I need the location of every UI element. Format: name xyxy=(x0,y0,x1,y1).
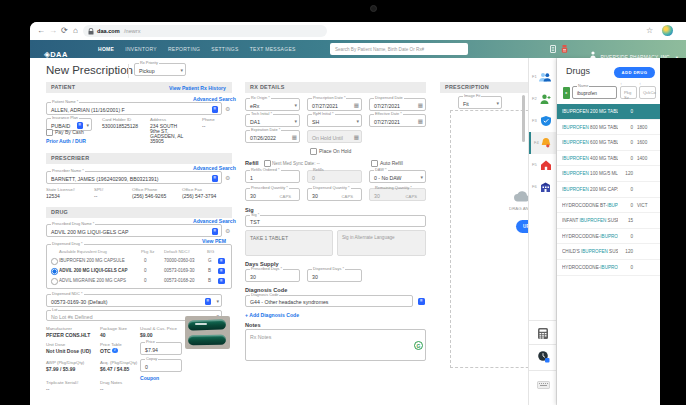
calendar-icon[interactable]: ▦ xyxy=(354,134,359,140)
on-hold-until-field[interactable]: On Hold Until ▦ xyxy=(307,130,362,143)
drug-result-row[interactable]: HYDROCODONE-IBUPROF... 0 xyxy=(557,260,660,276)
ndc-info-icon[interactable]: ≡ xyxy=(205,298,212,305)
keyboard-tool[interactable] xyxy=(537,375,550,393)
prescriber-name-field[interactable]: Prescriber Name * BARNETT, JAMES (196240… xyxy=(46,171,222,184)
drug-settings-gear-icon[interactable]: ⚙ xyxy=(225,227,230,234)
daw-select[interactable]: DAW * 0 - No DAW ▾ xyxy=(369,170,426,183)
prescription-dropzone[interactable]: DRAG AND xyxy=(450,110,528,368)
dispensed-quantity-field[interactable]: Dispensed Quantity * 30 CAPS xyxy=(307,188,362,201)
nav-item-home[interactable]: HOME xyxy=(98,46,114,52)
equiv-info-icon-1[interactable]: ≡ xyxy=(218,268,225,275)
drug-result-row[interactable]: IBUPROFEN 200 MG TABLET 0 xyxy=(557,104,660,120)
drug-result-row[interactable]: IBUPROFEN 800 MG TABLET 0 1800 xyxy=(557,120,660,136)
drug-result-row[interactable]: CHILD'S IBUPROFEN SUSP 120 xyxy=(557,244,660,260)
drug-card-icon[interactable]: ≡ xyxy=(212,228,219,235)
prior-auth-dur-link[interactable]: Prior Auth / DUR xyxy=(46,138,86,144)
fkey-f4-alerts[interactable]: F4 xyxy=(529,132,556,154)
back-icon[interactable]: ← xyxy=(37,25,45,36)
fkey-f1-patients[interactable]: F1 xyxy=(529,66,556,88)
patient-settings-gear-icon[interactable]: ⚙ xyxy=(225,105,230,112)
equiv-info-icon-0[interactable]: ≡ xyxy=(218,258,225,265)
qckcode-filter-input[interactable]: QckCo xyxy=(639,86,656,99)
rx-priority-select[interactable]: Rx Priority Pickup ▾ xyxy=(134,63,186,76)
equiv-radio-0[interactable] xyxy=(51,258,58,265)
tech-initial-select[interactable]: Tech Initial * DA1 ▾ xyxy=(245,114,300,127)
drug-name-filter-input[interactable]: Name ibuprofen xyxy=(572,86,617,99)
alerts-icon[interactable] xyxy=(561,45,568,53)
rph-initial-select[interactable]: RpH Initial * SH ▾ xyxy=(307,114,362,127)
image-fit-select[interactable]: Image Fit Fit ▾ xyxy=(458,96,502,109)
drug-result-row[interactable]: INFANT IBUPROFEN SUSP ... 15 xyxy=(557,213,660,229)
fkey-f5-delivery[interactable]: F5 xyxy=(529,154,556,176)
equiv-name-0[interactable]: IBUPROFEN 200 MG CAPSULE xyxy=(59,258,125,263)
home-icon[interactable]: ⌂ xyxy=(73,25,78,36)
drug-result-row[interactable]: HYDROCODONE-IBUPROF... 0 xyxy=(557,229,660,245)
calendar-icon[interactable]: ▦ xyxy=(418,118,423,124)
calendar-icon[interactable]: ▦ xyxy=(354,102,359,108)
insurance-info-icon[interactable]: ≡ xyxy=(77,122,84,129)
forward-icon[interactable]: → xyxy=(49,25,57,36)
drug-result-row[interactable]: IBUPROFEN 100 MG/5 ML ... 120 xyxy=(557,166,660,182)
translate-icon[interactable]: G xyxy=(414,341,423,350)
prescriber-card-icon[interactable]: ≡ xyxy=(212,175,219,182)
equiv-info-icon-2[interactable]: ≡ xyxy=(218,278,225,285)
auto-refill-checkbox[interactable] xyxy=(371,160,378,167)
drug-result-row[interactable]: IBUPROFEN 600 MG TABLET 0 1600 xyxy=(557,135,660,151)
fkey-f6-facility[interactable]: F6 xyxy=(529,176,556,198)
price-field[interactable]: Price $7.94 xyxy=(140,342,182,355)
fkey-f2-add-patient[interactable]: F2 xyxy=(529,88,556,110)
price-table-info-icon[interactable]: i xyxy=(112,348,118,354)
pkg-sz-filter-input[interactable]: Pkg Sz xyxy=(620,86,637,99)
nav-item-inventory[interactable]: INVENTORY xyxy=(125,46,157,52)
nav-item-text-messages[interactable]: TEXT MESSAGES xyxy=(250,46,296,52)
expiration-date-field[interactable]: Expiration Date * 07/26/2022 ▦ xyxy=(245,130,300,143)
calendar-icon[interactable]: ▦ xyxy=(418,102,423,108)
equiv-name-2[interactable]: ADVIL MIGRAINE 200 MG CAPS xyxy=(59,278,126,283)
refresh-icon[interactable]: ⟳ xyxy=(61,25,68,36)
calendar-icon[interactable]: ▦ xyxy=(292,134,297,140)
effective-date-field[interactable]: Effective Date * 07/27/2021 ▦ xyxy=(369,114,426,127)
add-drug-button[interactable]: ADD DRUG xyxy=(614,67,655,78)
drug-result-row[interactable]: HYDROCODONE BT-IBUPR... 0 VICT xyxy=(557,198,660,214)
equiv-radio-2[interactable] xyxy=(51,278,58,285)
document-icon[interactable] xyxy=(550,45,557,53)
patient-card-icon[interactable]: ≡ xyxy=(212,106,219,113)
main-scrollbar[interactable] xyxy=(522,95,525,142)
bookmark-star-icon[interactable]: ☆ xyxy=(646,25,653,36)
history-tool[interactable] xyxy=(538,349,550,367)
equiv-name-1[interactable]: ADVIL 200 MG LIQUI-GELS CAP xyxy=(59,268,127,273)
equiv-radio-1[interactable] xyxy=(51,268,58,275)
dispensed-date-field[interactable]: Dispensed Date 07/27/2021 ▦ xyxy=(369,98,426,111)
pay-by-cash-checkbox[interactable] xyxy=(46,129,53,136)
add-diagnosis-code-link[interactable]: + Add Diagnosis Code xyxy=(245,312,299,318)
rx-notes-textarea[interactable]: Rx Notes xyxy=(245,329,426,361)
dispensed-ndc-select[interactable]: Dispensed NDC * 00573-0169-30 (Default) … xyxy=(46,294,222,307)
prescription-date-field[interactable]: Prescription Date * 07/27/2021 ▦ xyxy=(307,98,362,111)
copay-field[interactable]: Copay 0 xyxy=(140,359,182,372)
prescribed-days-field[interactable]: Prescribed Days * 30 xyxy=(245,269,300,282)
drug-result-row[interactable]: IBUPROFEN 200 MG CAPS... 0 xyxy=(557,182,660,198)
diagnosis-code-field[interactable]: Diagnosis Code G44 - Other headache synd… xyxy=(245,295,413,307)
view-patient-rx-history-link[interactable]: View Patient Rx History xyxy=(169,85,226,91)
refills-ordered-field[interactable]: Refills Ordered * 1 xyxy=(245,170,300,183)
url-bar[interactable]: daa.com /newrx xyxy=(83,25,327,37)
place-on-hold-checkbox[interactable] xyxy=(310,148,317,155)
browser-profile-avatar[interactable] xyxy=(662,25,673,36)
rx-origin-select[interactable]: Rx Origin * eRx ▾ xyxy=(245,98,300,111)
upload-button[interactable]: UPLOAD xyxy=(516,220,528,233)
diagnosis-info-icon[interactable]: ≡ xyxy=(418,298,425,305)
patient-name-field[interactable]: Patient Name * ALLEN, ADRIAN (11/16/2001… xyxy=(46,102,222,115)
sig-field[interactable]: Sig * TST xyxy=(245,215,426,227)
coupon-link[interactable]: Coupon xyxy=(140,375,159,381)
drug-result-row[interactable]: IBUPROFEN 400 MG TABLET 0 1400 xyxy=(557,151,660,167)
prescriber-settings-gear-icon[interactable]: ⚙ xyxy=(225,174,230,181)
nav-item-settings[interactable]: SETTINGS xyxy=(211,46,238,52)
med-sync-checkbox[interactable] xyxy=(264,160,271,167)
nav-item-reporting[interactable]: REPORTING xyxy=(168,46,200,52)
calculator-tool[interactable] xyxy=(538,325,548,343)
global-search-input[interactable]: Search By Patient Name, Birth Date Or Rx… xyxy=(330,43,468,55)
fkey-f3-insurance[interactable]: F3 xyxy=(529,110,556,132)
dispensed-days-field[interactable]: Dispensed Days * 30 xyxy=(307,269,362,282)
prescribed-drug-field[interactable]: Prescribed Drug Name * ADVIL 200 MG LIQU… xyxy=(46,224,222,237)
prescribed-quantity-field[interactable]: Prescribed Quantity * 30 CAPS xyxy=(245,188,300,201)
